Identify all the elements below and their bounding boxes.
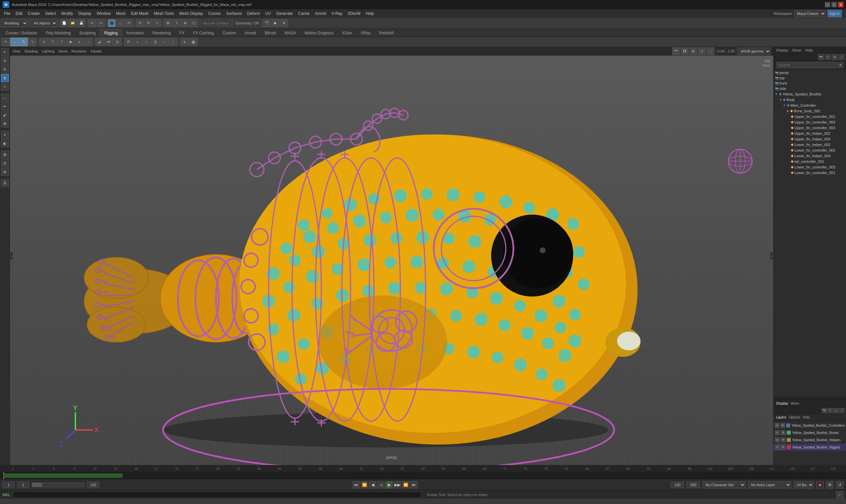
menu-uv[interactable]: UV <box>263 11 274 17</box>
tab-animation[interactable]: Animation <box>122 29 148 37</box>
left-cluster-tool[interactable]: ⊞ <box>1 120 9 127</box>
left-select-tool[interactable]: ↖ <box>1 48 9 56</box>
left-render-tool[interactable]: ◐ <box>1 139 9 147</box>
left-sculpt-tool[interactable]: 🖌 <box>1 111 9 119</box>
pb-play-back[interactable]: ◁ <box>377 481 384 488</box>
vp-menu-panels[interactable]: Panels <box>91 49 102 53</box>
outliner-side[interactable]: 📷 side <box>774 86 846 91</box>
menu-modify[interactable]: Modify <box>58 11 75 17</box>
pb-prev-frame[interactable]: ◀ <box>369 481 376 488</box>
menu-edit[interactable]: Edit <box>13 11 25 17</box>
layer-vp-controllers[interactable]: V <box>775 423 779 428</box>
tb-scale[interactable]: ⤡ <box>153 19 161 27</box>
tool-constraint-pole[interactable]: ↑ <box>169 38 177 46</box>
pb-next-key[interactable]: ⏩ <box>402 481 409 488</box>
tool-move-g[interactable]: ↕ <box>10 38 19 46</box>
layer-helpers[interactable]: V P Yellow_Spotted_Boxfish_Helpers <box>774 436 846 444</box>
vp-icon-wire[interactable]: ⬡ <box>698 47 706 55</box>
menu-mesh[interactable]: Mesh <box>114 11 128 17</box>
menu-surfaces[interactable]: Surfaces <box>224 11 244 17</box>
outliner-tc001[interactable]: ◆ tail_controller_001 <box>774 159 846 164</box>
left-paint-tool[interactable]: ✏ <box>1 102 9 110</box>
objects-selector[interactable]: All objects <box>31 19 57 27</box>
pb-loop[interactable]: ↺ <box>836 481 843 488</box>
cb-subtab-layers[interactable]: Layers <box>776 415 786 419</box>
anim-layer-selector[interactable]: No Anim Layer <box>748 481 791 488</box>
tb-ipr[interactable]: ▶ <box>272 19 279 27</box>
current-frame-input[interactable] <box>3 482 15 488</box>
tb-new[interactable]: 📄 <box>60 19 68 27</box>
left-move-tool[interactable]: ✛ <box>1 57 9 65</box>
tab-fx-caching[interactable]: FX Caching <box>189 29 218 37</box>
outliner-persp[interactable]: 📷 persp <box>774 70 846 75</box>
tool-paint-weights[interactable]: 🖌 <box>95 38 104 46</box>
tool-constraint-scale[interactable]: S <box>151 38 160 46</box>
tab-motion-graphics[interactable]: Motion Graphics <box>300 29 338 37</box>
tab-sculpting[interactable]: Sculpting <box>75 29 100 37</box>
outliner-body[interactable]: ▼ ◈ Body <box>774 97 846 102</box>
minimize-button[interactable]: — <box>825 2 830 7</box>
vp-icon-grid[interactable]: ⊞ <box>689 47 697 55</box>
layer-vp-rigged[interactable]: V <box>775 445 779 450</box>
menu-mesh-tools[interactable]: Mesh Tools <box>151 11 176 17</box>
tab-rendering[interactable]: Rendering <box>148 29 175 37</box>
tool-rotate-g[interactable]: ↻ <box>19 38 28 46</box>
gamma-selector[interactable]: sRGB gamma <box>738 48 771 55</box>
layer-bones[interactable]: V P Yellow_Spotted_Boxfish_Bones <box>774 429 846 436</box>
outliner-ufh002[interactable]: ◆ Upper_fin_helper_002 <box>774 130 846 136</box>
cb-icon-expand[interactable]: ⤢ <box>833 408 839 413</box>
menu-mesh-display[interactable]: Mesh Display <box>176 11 206 17</box>
tb-render[interactable]: 🎬 <box>263 19 271 27</box>
pb-play-fwd[interactable]: ▶ <box>385 481 393 488</box>
menu-cache[interactable]: Cache <box>295 11 312 17</box>
left-attr-tool[interactable]: ≡ <box>1 131 9 139</box>
tb-snap-curve[interactable]: ⌇ <box>173 19 180 27</box>
layer-rigged[interactable]: V P Yellow_Spotted_Boxfish_Rigged <box>774 444 846 451</box>
tool-select[interactable]: ↖ <box>1 38 10 46</box>
vp-menu-renderer[interactable]: Renderer <box>71 49 87 53</box>
workspace-selector[interactable]: Maya Classic <box>794 10 826 17</box>
tab-vray[interactable]: VRay <box>357 29 375 37</box>
outliner-lfc003[interactable]: ◆ Lower_fin_controller_003 <box>774 164 846 170</box>
tab-curves-surfaces[interactable]: Curves / Surfaces <box>1 29 41 37</box>
tool-constraint-aim[interactable]: → <box>160 38 169 46</box>
menu-curves[interactable]: Curves <box>206 11 224 17</box>
layer-p-rigged[interactable]: P <box>781 445 785 450</box>
cb-subtab-help[interactable]: Help <box>803 415 810 419</box>
tool-remove-infl[interactable]: − <box>84 38 92 46</box>
tool-plus[interactable]: + <box>180 38 189 46</box>
left-lasso-tool[interactable]: ⌓ <box>1 94 9 102</box>
outliner-front[interactable]: 📷 front <box>774 80 846 86</box>
tab-redshift[interactable]: Redshift <box>375 29 398 37</box>
tb-undo[interactable]: ↩ <box>88 19 96 27</box>
layer-p-helpers[interactable]: P <box>781 438 785 442</box>
tab-arnold[interactable]: Arnold <box>240 29 260 37</box>
pb-go-start[interactable]: ⏮ <box>352 481 360 488</box>
vp-icon-smooth[interactable]: ○ <box>707 47 714 55</box>
left-scale-tool[interactable]: ⤡ <box>1 83 9 90</box>
tool-copy-skin[interactable]: ⎘ <box>113 38 122 46</box>
layer-p-controllers[interactable]: P <box>780 423 785 428</box>
left-extra1[interactable]: ⊞ <box>1 150 9 159</box>
rp-display[interactable]: Display <box>776 48 788 52</box>
pb-next-frame[interactable]: ▶▶ <box>394 481 401 488</box>
pb-settings[interactable]: ⚙ <box>826 481 833 488</box>
menu-edit-mesh[interactable]: Edit Mesh <box>128 11 151 17</box>
left-panel-collapse-button[interactable]: › <box>10 252 13 260</box>
left-extra4[interactable]: ☰ <box>1 179 9 187</box>
outliner-ufc003[interactable]: ◆ Upper_fin_controller_003 <box>774 125 846 130</box>
tb-move[interactable]: ✛ <box>136 19 144 27</box>
tb-snap-point[interactable]: ⊕ <box>181 19 189 27</box>
signin-button[interactable]: Sign In <box>827 10 842 18</box>
menu-create[interactable]: Create <box>25 11 42 17</box>
vp-menu-shading[interactable]: Shading <box>24 49 38 53</box>
cb-subtab-options[interactable]: Options <box>789 415 800 419</box>
end-frame-input[interactable] <box>87 482 99 488</box>
tool-ik[interactable]: ⌇ <box>48 38 57 46</box>
character-set-selector[interactable]: No Character Set <box>703 481 745 488</box>
outliner-ufc002[interactable]: ◆ Upper_fin_controller_002 <box>774 119 846 125</box>
cb-tab-display[interactable]: Display <box>776 401 788 405</box>
tool-skin[interactable]: ◈ <box>66 38 75 46</box>
rp-icon-edit[interactable]: ✎ <box>825 54 831 60</box>
vp-menu-view[interactable]: View <box>13 49 20 53</box>
